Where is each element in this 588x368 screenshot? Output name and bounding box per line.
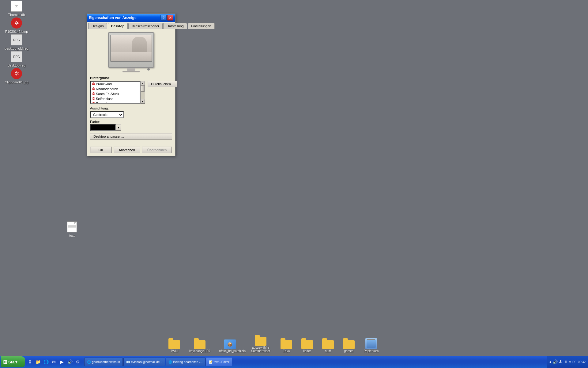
monitor-preview [90, 32, 172, 72]
desktop-icon-thumbsdb[interactable]: db Thumbs.db [4, 0, 29, 17]
task-goodweather[interactable]: 🌐 goodweatherwithsun [84, 358, 123, 366]
desktop-anpassen-button[interactable]: Desktop anpassen... [90, 133, 172, 140]
ausrichtung-select-container: Gestreckt Zentriert Gekachelt [90, 111, 124, 118]
farbe-row: Farbe: ▼ [90, 120, 172, 131]
scroll-down-btn[interactable]: ▼ [141, 99, 145, 104]
task-icon-3: 🌐 [168, 360, 172, 364]
ql-btn-6[interactable]: 🔊 [66, 358, 74, 366]
task-text-editor[interactable]: 📝 text - Editor [206, 358, 232, 366]
scroll-up-btn[interactable]: ▲ [141, 81, 145, 86]
tray-icon-network[interactable]: 🖧 [559, 360, 563, 364]
system-tray: ◀ 🔊 🖧 ⏸ ⊙ DE 00:32 [547, 356, 588, 368]
dialog-tabs: Designs Desktop Bildschirmschoner Darste… [87, 22, 175, 29]
desktop-icon-clipboard01[interactable]: ✲ Clipboard01.jpg [4, 67, 29, 84]
scroll-thumb[interactable] [141, 86, 145, 92]
tray-icon-pause[interactable]: ⏸ [564, 360, 567, 364]
ql-btn-5[interactable]: ▶ [58, 358, 66, 366]
desktop-icon-text[interactable]: text [60, 221, 84, 237]
task-icon-1: 🌐 [87, 360, 91, 364]
color-dropdown-arrow[interactable]: ▼ [116, 124, 121, 131]
bottom-icon-lieder[interactable]: lieder [301, 340, 313, 353]
desktop-icon-desktop-reg[interactable]: REG desktop.reg [4, 51, 29, 67]
bottom-icons-row: TWiki keychange1.06 📦 nfsuc_hd_patch.zip… [168, 337, 379, 353]
bottom-icon-twiki[interactable]: TWiki [168, 340, 180, 353]
titlebar-buttons: ? ✕ [160, 15, 173, 21]
monitor-stand [127, 68, 135, 71]
quick-launch: 🖥 📁 🌐 ✉ ▶ 🔊 ⚙ [25, 356, 83, 368]
list-item-seifenblase[interactable]: ✲ Seifenblase [91, 96, 140, 101]
ubernehmen-button[interactable]: Übernehmen [142, 147, 172, 153]
bottom-icon-games[interactable]: games [343, 340, 355, 353]
list-item-santa-fe[interactable]: ✲ Santa Fe-Stuck [91, 91, 140, 96]
ql-btn-2[interactable]: 📁 [34, 358, 42, 366]
tab-designs[interactable]: Designs [88, 23, 107, 29]
abbrechen-button[interactable]: Abbrechen [114, 147, 140, 153]
tab-darstellung[interactable]: Darstellung [163, 23, 187, 29]
background-listbox[interactable]: ✲ Präriewind ✲ Rhododendron ✲ Santa Fe-S… [90, 81, 140, 104]
desktop-icon-p1030142[interactable]: ✲ P1030142.bmp [4, 17, 29, 33]
tab-bildschirmschoner[interactable]: Bildschirmschoner [128, 23, 163, 29]
color-swatch[interactable] [90, 124, 116, 131]
list-item-prairiewind[interactable]: ✲ Präriewind [91, 82, 140, 86]
bottom-icon-papierkorb[interactable]: Papierkorb [364, 338, 379, 353]
desktop-icon-desktop-old-reg[interactable]: REG desktop_old.reg [4, 34, 29, 50]
close-button[interactable]: ✕ [167, 15, 173, 21]
start-button[interactable]: ⊞ Start [1, 356, 25, 367]
ql-btn-4[interactable]: ✉ [50, 358, 58, 366]
taskbar: ⊞ Start 🖥 📁 🌐 ✉ ▶ 🔊 ⚙ 🌐 goodweatherwiths… [0, 356, 588, 368]
ok-button[interactable]: OK [90, 147, 112, 153]
farbe-picker-row: ▼ [90, 124, 172, 131]
listbox-scrollbar[interactable]: ▲ ▼ [140, 81, 145, 104]
hintergrund-label: Hintergrund: [90, 76, 172, 80]
bottom-icon-keychange[interactable]: keychange1.06 [189, 340, 210, 353]
help-button[interactable]: ? [160, 15, 167, 21]
bottom-icon-nfsuc-patch[interactable]: 📦 nfsuc_hd_patch.zip [219, 339, 241, 353]
tray-icon-extra[interactable]: ⊙ [569, 360, 571, 364]
dialog-content: Hintergrund: ✲ Präriewind ✲ Rhododendron… [87, 29, 175, 143]
tray-icon-sound[interactable]: 🔊 [552, 359, 558, 364]
monitor-screen [111, 35, 152, 62]
browse-button[interactable]: Durchsuchen... [148, 81, 177, 87]
dialog-title: Eigenschaften von Anzeige [89, 16, 137, 20]
system-clock: 00:32 [578, 360, 586, 364]
monitor-body [108, 32, 154, 68]
scroll-track [141, 86, 145, 99]
dialog-titlebar: Eigenschaften von Anzeige ? ✕ [87, 14, 175, 22]
bottom-icon-stuff[interactable]: stuff [322, 340, 334, 353]
ql-btn-3[interactable]: 🌐 [42, 358, 50, 366]
tab-einstellungen[interactable]: Einstellungen [188, 23, 215, 29]
taskbar-tasks: 🌐 goodweatherwithsun 📧 evlshark@hotmail.… [83, 356, 547, 368]
listbox-area: ✲ Präriewind ✲ Rhododendron ✲ Santa Fe-S… [90, 81, 172, 104]
bottom-icon-enya[interactable]: Enya [281, 340, 292, 353]
tray-expand[interactable]: ◀ [549, 360, 551, 363]
ausrichtung-row: Ausrichtung: Gestreckt Zentriert Gekache… [90, 106, 172, 118]
task-evlshark[interactable]: 📧 evlshark@hotmail.de... [123, 358, 165, 366]
language-indicator[interactable]: DE [572, 360, 577, 364]
farbe-label: Farbe: [90, 120, 172, 124]
monitor-base [123, 71, 140, 72]
ql-btn-7[interactable]: ⚙ [74, 358, 81, 366]
task-beitrag[interactable]: 🌐 Beitrag bearbeiten -... [166, 358, 205, 366]
task-icon-2: 📧 [126, 360, 130, 364]
list-item-rhododendron[interactable]: ✲ Rhododendron [91, 86, 140, 91]
dialog-footer: OK Abbrechen Übernehmen [87, 144, 175, 156]
ausrichtung-select[interactable]: Gestreckt Zentriert Gekachelt [90, 111, 124, 118]
ausrichtung-label: Ausrichtung: [90, 106, 124, 110]
ql-btn-1[interactable]: 🖥 [26, 358, 34, 366]
monitor-button [147, 68, 150, 71]
task-icon-4: 📝 [209, 360, 213, 364]
background-listbox-container: ✲ Präriewind ✲ Rhododendron ✲ Santa Fe-S… [90, 81, 145, 104]
start-label: Start [8, 360, 17, 364]
display-properties-dialog: Eigenschaften von Anzeige ? ✕ Designs De… [87, 13, 175, 156]
tab-desktop[interactable]: Desktop [108, 23, 128, 29]
bottom-icon-ausgewahlte[interactable]: ausgewählte Sommerbilder [250, 337, 271, 353]
list-item-zapotek[interactable]: ✲ Zapotek [91, 101, 140, 104]
start-icon: ⊞ [3, 359, 7, 365]
